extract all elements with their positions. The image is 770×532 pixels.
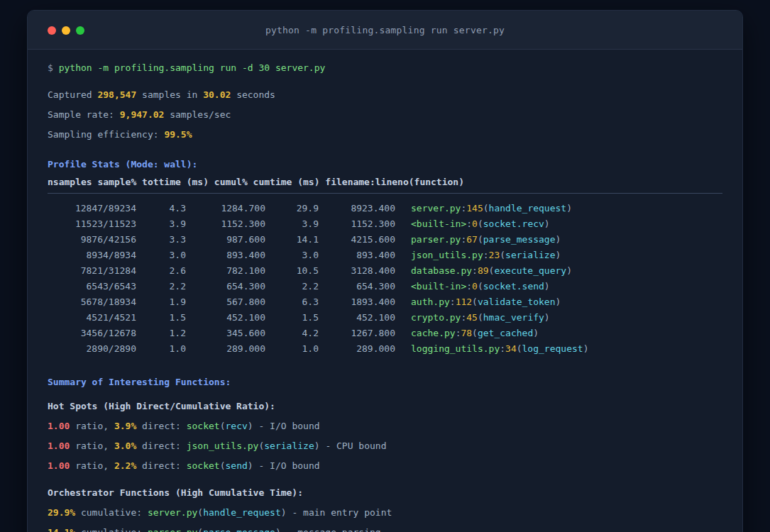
paren-close: ): [248, 460, 253, 471]
duration-seconds: 30.02: [203, 89, 231, 100]
colon-separator: :: [472, 265, 478, 276]
file-location: json_utils.py:23(serialize): [411, 250, 561, 260]
hot-spots-list: 1.00 ratio, 3.9% direct: socket(recv) - …: [48, 416, 722, 476]
col-tottime: 1284.700: [186, 201, 265, 216]
col-nsamples: 9876/42156: [48, 232, 136, 248]
sample-rate-line: Sample rate: 9,947.02 samples/sec: [48, 105, 722, 125]
shell-prompt: $: [48, 62, 59, 73]
col-tottime: 1152.300: [186, 216, 265, 232]
command-text: python -m profiling.sampling run -d 30 s…: [59, 62, 326, 73]
terminal-body: $ python -m profiling.sampling run -d 30…: [28, 50, 742, 532]
paren-close: ): [533, 328, 539, 338]
col-nsamples: 12847/89234: [48, 201, 136, 216]
direct-pct: 3.9%: [114, 421, 136, 431]
function-name: validate_token: [478, 297, 556, 307]
file-name: <built-in>: [411, 281, 466, 292]
table-row: 5678/189341.9567.8006.31893.400auth.py:1…: [48, 294, 722, 310]
table-row: 6543/65432.2654.3002.2654.300<built-in>:…: [48, 279, 722, 294]
table-row: 8934/89343.0893.4003.0893.400json_utils.…: [48, 248, 722, 263]
file-name: parser.py: [411, 234, 461, 245]
paren-close: ): [583, 343, 589, 354]
function-name: recv: [226, 421, 248, 431]
line-number: 34: [505, 343, 517, 354]
line-number: 112: [456, 297, 472, 307]
col-cumul-pct: 29.9: [265, 201, 319, 216]
col-cumtime: 1893.400: [319, 294, 395, 310]
direct-pct: 3.0%: [114, 440, 136, 451]
table-row: 4521/45211.5452.1001.5452.100crypto.py:4…: [48, 310, 722, 326]
line-number: 23: [489, 250, 500, 260]
col-tottime: 345.600: [186, 326, 265, 341]
maximize-button[interactable]: [76, 26, 84, 35]
table-row: 12847/892344.31284.70029.98923.400server…: [48, 201, 722, 216]
direct-label: direct:: [136, 460, 186, 471]
captured-post: seconds: [231, 89, 275, 100]
target-name: server.py: [148, 507, 197, 518]
profile-stats-heading: Profile Stats (Mode: wall):: [48, 155, 722, 174]
col-tottime: 782.100: [186, 263, 265, 279]
function-name: log_request: [522, 343, 583, 354]
paren-open: (: [472, 297, 478, 307]
file-name: crypto.py: [411, 312, 461, 323]
col-tottime: 654.300: [186, 279, 265, 294]
paren-open: (: [197, 507, 203, 518]
table-row: 7821/312842.6782.10010.53128.400database…: [48, 263, 722, 279]
ratio-value: 1.00: [48, 421, 70, 431]
minimize-button[interactable]: [62, 26, 70, 35]
close-button[interactable]: [48, 26, 56, 35]
line-number: 145: [466, 203, 483, 214]
function-name: socket.recv: [483, 218, 544, 229]
item-note: - CPU bound: [320, 440, 387, 451]
window-title: python -m profiling.sampling run server.…: [265, 25, 505, 35]
col-tottime: 893.400: [186, 248, 265, 263]
col-cumul-pct: 1.5: [265, 310, 319, 326]
target-name: socket: [187, 460, 220, 471]
paren-open: (: [220, 421, 226, 431]
efficiency-line: Sampling efficiency: 99.5%: [48, 125, 722, 145]
window-titlebar: python -m profiling.sampling run server.…: [28, 11, 742, 50]
file-location: cache.py:78(get_cached): [411, 328, 539, 338]
rate-label: Sample rate:: [48, 109, 120, 120]
target-name: parser.py: [148, 527, 197, 532]
col-cumtime: 1152.300: [319, 216, 395, 232]
function-name: execute_query: [494, 265, 566, 276]
function-name: handle_request: [203, 507, 281, 518]
samples-count: 298,547: [97, 89, 136, 100]
colon-separator: :: [466, 281, 472, 292]
paren-close: ): [248, 421, 253, 431]
paren-close: ): [556, 297, 561, 307]
col-cumtime: 289.000: [319, 341, 395, 357]
file-name: cache.py: [411, 328, 456, 338]
target-name: socket: [187, 421, 220, 431]
col-nsamples: 5678/18934: [48, 294, 136, 310]
ratio-label: ratio,: [70, 460, 114, 471]
paren-close: ): [544, 312, 550, 323]
col-cumtime: 3128.400: [319, 263, 395, 279]
stats-divider: [48, 193, 722, 194]
command-line: $ python -m profiling.sampling run -d 30…: [48, 58, 722, 78]
colon-separator: :: [450, 297, 456, 307]
line-number: 67: [466, 234, 478, 245]
captured-line: Captured 298,547 samples in 30.02 second…: [48, 85, 722, 105]
file-location: crypto.py:45(hmac_verify): [411, 312, 550, 323]
col-cumtime: 8923.400: [319, 201, 395, 216]
function-name: socket.send: [483, 281, 544, 292]
col-cumul-pct: 2.2: [265, 279, 319, 294]
paren-open: (: [478, 312, 483, 323]
file-name: database.py: [411, 265, 472, 276]
item-note: - I/O bound: [253, 460, 320, 471]
col-cumul-pct: 14.1: [265, 232, 319, 248]
cumulative-label: cumulative:: [75, 507, 148, 518]
col-tottime: 567.800: [186, 294, 265, 310]
hot-spot-item: 1.00 ratio, 2.2% direct: socket(send) - …: [48, 456, 722, 476]
col-nsamples: 4521/4521: [48, 310, 136, 326]
file-location: <built-in>:0(socket.send): [411, 281, 550, 292]
file-name: auth.py: [411, 297, 450, 307]
colon-separator: :: [483, 250, 489, 260]
table-row: 9876/421563.3987.60014.14215.600parser.p…: [48, 232, 722, 248]
captured-mid: samples in: [136, 89, 203, 100]
function-name: hmac_verify: [483, 312, 544, 323]
stats-table: 12847/892344.31284.70029.98923.400server…: [48, 201, 722, 357]
orchestrators-list: 29.9% cumulative: server.py(handle_reque…: [48, 503, 722, 532]
paren-open: (: [478, 234, 483, 245]
